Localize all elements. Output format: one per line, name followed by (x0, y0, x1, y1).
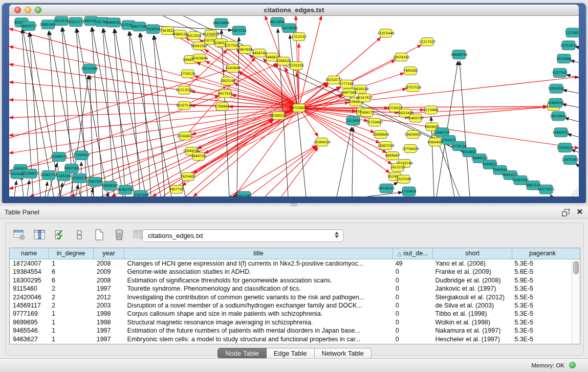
graph-node[interactable]: 7485083 (403, 67, 418, 75)
tab-node-table[interactable]: Node Table (217, 348, 267, 359)
graph-node[interactable]: 12093582 (548, 84, 564, 93)
graph-node[interactable]: 6466161 (106, 18, 121, 27)
graph-node[interactable]: 9115460 (424, 106, 439, 114)
graph-node[interactable]: 10688809 (372, 130, 389, 139)
graph-node[interactable]: 12923468 (132, 190, 149, 196)
graph-node[interactable]: 20153346 (81, 64, 98, 73)
graph-node[interactable]: 14055717 (20, 21, 37, 31)
graph-node[interactable]: 2803144 (221, 77, 235, 85)
scrollbar-thumb[interactable] (573, 261, 579, 274)
tab-edge-table[interactable]: Edge Table (267, 348, 315, 359)
new-file-icon[interactable] (93, 229, 106, 241)
rows-icon[interactable] (73, 229, 86, 241)
graph-node[interactable]: 11015448 (377, 29, 394, 37)
table-row[interactable]: 946362711997Embryonic stem cells: a mode… (10, 335, 572, 343)
graph-node[interactable]: 2522549 (397, 175, 411, 183)
table-row[interactable]: 969969511998Structural magnetic resonanc… (10, 318, 572, 326)
table-row[interactable]: 1830029562008Estimation of significance … (10, 276, 572, 285)
graph-node[interactable]: 11675391 (561, 155, 578, 164)
graph-node[interactable]: 1733426 (402, 187, 417, 196)
graph-node[interactable]: 19756928 (402, 145, 419, 153)
table-row[interactable]: 946554611997Estimation of the future num… (10, 326, 572, 335)
network-graph[interactable]: 1872400775638228960128891295423226058932… (9, 16, 579, 196)
graph-node[interactable]: 10974343 (393, 53, 409, 61)
graph-node[interactable]: 8427552 (218, 90, 233, 98)
graph-node[interactable]: 12444149 (547, 98, 564, 107)
graph-node[interactable]: 10167427 (356, 94, 373, 102)
graph-node[interactable]: 9242848 (226, 64, 241, 72)
graph-node[interactable]: 10371013 (537, 185, 554, 194)
column-header-name[interactable]: name (10, 248, 49, 259)
graph-node[interactable]: 1112853 (565, 28, 579, 37)
create-column-icon[interactable] (53, 229, 66, 241)
table-row[interactable]: 1938455462009Genome-wide association stu… (10, 268, 572, 276)
column-header-in_degree[interactable]: in_degree (49, 248, 94, 259)
graph-node[interactable]: 14671388 (130, 22, 147, 31)
graph-node[interactable]: 12042757 (40, 170, 57, 180)
graph-node[interactable]: 12213589 (176, 86, 192, 94)
show-columns-icon[interactable] (33, 229, 46, 241)
graph-node[interactable]: 16648794 (450, 50, 467, 59)
column-header-short[interactable]: short (433, 248, 512, 259)
graph-node[interactable]: 1145194 (56, 171, 71, 181)
graph-node[interactable]: 19654923 (404, 130, 421, 139)
graph-node[interactable]: 17957253 (86, 177, 103, 186)
graph-node[interactable]: 7516355 (146, 25, 161, 34)
graph-node[interactable]: 12217937 (419, 38, 435, 46)
graph-node[interactable]: 1700461 (215, 102, 230, 111)
graph-node[interactable]: 8965492 (428, 138, 443, 146)
column-header-out_de[interactable]: △out_de... (393, 248, 433, 259)
graph-node[interactable]: 9227343 (553, 68, 568, 77)
graph-node[interactable]: 18807299 (377, 142, 394, 150)
graph-node[interactable]: 14136141 (378, 184, 395, 193)
graph-node[interactable]: 1513455 (346, 116, 361, 125)
graph-node[interactable]: 18300295 (270, 112, 287, 120)
graph-node[interactable]: 17016534 (556, 143, 573, 152)
tab-network-table[interactable]: Network Table (315, 348, 372, 359)
graph-node[interactable]: 19166827 (177, 132, 193, 140)
graph-node[interactable]: 15751074 (560, 41, 577, 50)
float-window-icon[interactable] (561, 208, 571, 216)
graph-node[interactable]: 10958107 (101, 181, 118, 190)
graph-node[interactable]: 15495787 (407, 114, 424, 122)
table-row[interactable]: 2242004622012Investigating the contribut… (10, 293, 572, 301)
graph-node[interactable]: 18107534 (176, 101, 192, 110)
column-header-pagerank[interactable]: pagerank (512, 248, 573, 259)
graph-node[interactable]: 18210643 (550, 112, 567, 121)
graph-node[interactable]: 9457791 (169, 185, 184, 193)
graph-node[interactable]: 7986372 (360, 108, 375, 117)
table-settings-icon[interactable] (13, 229, 26, 241)
graph-node[interactable]: 15720407 (366, 118, 383, 126)
graph-node[interactable]: 1312533 (292, 33, 307, 41)
delete-icon[interactable] (113, 229, 126, 241)
graph-node[interactable]: 7857234 (232, 26, 247, 35)
graph-node[interactable]: 22420046 (191, 54, 208, 62)
graph-node[interactable]: 16543382 (190, 42, 207, 50)
network-canvas[interactable]: 1872400775638228960128891295423226058932… (9, 16, 579, 196)
table-row[interactable]: 1456911722003Disruption of a novel membe… (10, 301, 572, 310)
close-panel-icon[interactable]: ✕ (576, 207, 583, 216)
table-row[interactable]: 911546021997Tourette syndrome. Phenomeno… (10, 285, 572, 293)
graph-node[interactable]: 17359924 (73, 151, 90, 160)
graph-node[interactable]: 8960128 (173, 30, 188, 38)
graph-node[interactable]: 20206576 (50, 152, 67, 161)
column-header-title[interactable]: title (124, 248, 393, 259)
graph-node[interactable]: 10521273 (67, 17, 84, 27)
graph-node[interactable]: 16033809 (212, 18, 229, 28)
graph-node[interactable]: 18757516 (404, 83, 421, 92)
graph-node[interactable]: 8912954 (187, 32, 202, 40)
graph-node[interactable]: 1652342 (237, 191, 252, 196)
graph-node[interactable]: 19384554 (313, 138, 330, 146)
graph-node[interactable]: 18724007 (290, 104, 307, 112)
graph-node[interactable]: 7625402 (181, 172, 195, 181)
graph-node[interactable]: 9327506 (225, 41, 239, 50)
graph-node[interactable]: 19218506 (280, 24, 297, 33)
vertical-scrollbar[interactable] (572, 259, 580, 344)
graph-node[interactable]: 9684067 (385, 151, 400, 160)
column-header-year[interactable]: year (94, 248, 124, 259)
table-selector-dropdown[interactable]: citations_edges.txt (142, 229, 343, 242)
table-row[interactable]: 1872400712008Changes of HCN gene express… (10, 259, 572, 268)
graph-node[interactable]: 1615152 (390, 163, 405, 171)
graph-node[interactable]: 16782759 (117, 185, 134, 194)
graph-node[interactable]: 2718126 (181, 70, 195, 78)
